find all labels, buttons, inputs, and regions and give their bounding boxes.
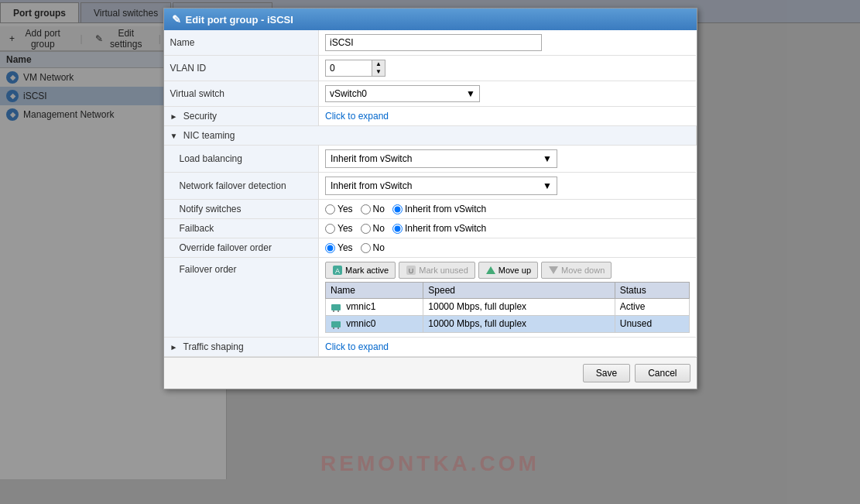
vswitch-selected-value: vSwitch0 bbox=[330, 88, 367, 99]
override-no-option[interactable]: No bbox=[361, 242, 385, 253]
vlan-value-cell: ▲ ▼ bbox=[319, 56, 697, 81]
vlan-up-button[interactable]: ▲ bbox=[372, 60, 385, 68]
nic-speed-col-header: Speed bbox=[423, 283, 615, 299]
name-label: Name bbox=[164, 30, 319, 56]
vswitch-label: Virtual switch bbox=[164, 81, 319, 107]
failover-order-label: Failover order bbox=[164, 258, 319, 338]
notify-switches-radio-group: Yes No Inherit from vSwitch bbox=[325, 204, 690, 214]
name-value-cell bbox=[319, 30, 697, 56]
network-failover-value-cell: Inherit from vSwitch ▼ bbox=[319, 173, 697, 200]
nic0-name-cell: vmnic0 bbox=[326, 315, 423, 332]
vlan-spin-buttons: ▲ ▼ bbox=[372, 60, 385, 77]
security-label: ► Security bbox=[164, 107, 319, 126]
failback-no-option[interactable]: No bbox=[361, 223, 385, 234]
override-failover-label: Override failover order bbox=[164, 238, 319, 258]
network-failover-chevron-icon: ▼ bbox=[543, 180, 552, 191]
override-no-radio[interactable] bbox=[361, 243, 371, 253]
nic0-status-cell: Unused bbox=[615, 315, 689, 332]
vmnic0-icon bbox=[331, 319, 341, 330]
move-up-button[interactable]: Move up bbox=[478, 262, 538, 279]
modal-title-bar: ✎ Edit port group - iSCSI bbox=[164, 9, 697, 30]
failover-order-value-cell: A Mark active U Mark unused bbox=[319, 258, 697, 338]
main-area: + Add port group | ✎ Edit settings | ↻ R… bbox=[0, 23, 860, 479]
nic1-speed-cell: 10000 Mbps, full duplex bbox=[423, 299, 615, 316]
modal-title: Edit port group - iSCSI bbox=[186, 14, 293, 26]
network-failover-dropdown[interactable]: Inherit from vSwitch ▼ bbox=[325, 177, 557, 195]
notify-switches-no-option[interactable]: No bbox=[361, 204, 385, 214]
network-failover-selected: Inherit from vSwitch bbox=[331, 180, 412, 191]
move-down-button[interactable]: Move down bbox=[541, 262, 612, 279]
modal-body: Name VLAN ID bbox=[164, 30, 697, 357]
name-input[interactable] bbox=[325, 34, 542, 51]
table-row[interactable]: vmnic1 10000 Mbps, full duplex Active bbox=[326, 299, 690, 316]
vlan-down-button[interactable]: ▼ bbox=[372, 68, 385, 76]
traffic-shaping-section-row[interactable]: ► Traffic shaping Click to expand bbox=[164, 337, 697, 356]
table-row[interactable]: vmnic0 10000 Mbps, full duplex Unused bbox=[326, 315, 690, 332]
failback-value-cell: Yes No Inherit from vSwitch bbox=[319, 219, 697, 238]
failback-radio-group: Yes No Inherit from vSwitch bbox=[325, 223, 690, 234]
svg-text:A: A bbox=[335, 267, 340, 275]
svg-marker-5 bbox=[549, 266, 558, 274]
svg-rect-9 bbox=[331, 321, 341, 327]
save-button[interactable]: Save bbox=[583, 364, 630, 382]
mark-active-button[interactable]: A Mark active bbox=[325, 262, 396, 279]
failback-no-radio[interactable] bbox=[361, 224, 371, 234]
failback-inherit-option[interactable]: Inherit from vSwitch bbox=[392, 223, 486, 234]
security-expand-arrow: ► bbox=[170, 112, 178, 121]
traffic-shaping-expand-link[interactable]: Click to expand bbox=[325, 341, 389, 352]
override-yes-radio[interactable] bbox=[325, 243, 335, 253]
load-balancing-value-cell: Inherit from vSwitch ▼ bbox=[319, 146, 697, 173]
nic0-speed-cell: 10000 Mbps, full duplex bbox=[423, 315, 615, 332]
cancel-button[interactable]: Cancel bbox=[635, 364, 690, 382]
override-yes-option[interactable]: Yes bbox=[325, 242, 353, 253]
svg-rect-6 bbox=[331, 304, 341, 310]
mark-active-icon: A bbox=[332, 265, 343, 276]
load-balancing-label: Load balancing bbox=[164, 146, 319, 173]
override-failover-row: Override failover order Yes No bbox=[164, 238, 697, 258]
notify-switches-inherit-option[interactable]: Inherit from vSwitch bbox=[392, 204, 486, 214]
security-expand-cell: Click to expand bbox=[319, 107, 697, 126]
notify-switches-value-cell: Yes No Inherit from vSwitch bbox=[319, 200, 697, 219]
modal-footer: Save Cancel bbox=[164, 357, 697, 389]
modal-overlay: ✎ Edit port group - iSCSI Name bbox=[0, 0, 860, 504]
notify-switches-yes-option[interactable]: Yes bbox=[325, 204, 353, 214]
modal-pencil-icon: ✎ bbox=[172, 13, 181, 26]
security-expand-link[interactable]: Click to expand bbox=[325, 111, 389, 122]
nic-name-col-header: Name bbox=[326, 283, 423, 299]
move-down-icon bbox=[548, 265, 559, 276]
failback-inherit-radio[interactable] bbox=[392, 224, 403, 234]
nic-table: Name Speed Status bbox=[325, 282, 690, 333]
failback-yes-option[interactable]: Yes bbox=[325, 223, 353, 234]
override-failover-radio-group: Yes No bbox=[325, 242, 690, 253]
notify-switches-label: Notify switches bbox=[164, 200, 319, 219]
traffic-shaping-label: ► Traffic shaping bbox=[164, 337, 319, 356]
vlan-input[interactable] bbox=[325, 60, 372, 77]
vswitch-dropdown[interactable]: vSwitch0 ▼ bbox=[325, 85, 480, 102]
vlan-label: VLAN ID bbox=[164, 56, 319, 81]
mark-unused-button[interactable]: U Mark unused bbox=[399, 262, 475, 279]
notify-inherit-radio[interactable] bbox=[392, 204, 403, 214]
notify-no-radio[interactable] bbox=[361, 204, 371, 214]
load-balancing-row: Load balancing Inherit from vSwitch ▼ bbox=[164, 146, 697, 173]
form-table: Name VLAN ID bbox=[164, 30, 697, 357]
notify-yes-radio[interactable] bbox=[325, 204, 335, 214]
edit-port-group-modal: ✎ Edit port group - iSCSI Name bbox=[163, 8, 697, 389]
vlan-row: VLAN ID ▲ ▼ bbox=[164, 56, 697, 81]
vswitch-chevron-icon: ▼ bbox=[466, 88, 475, 99]
load-balancing-selected: Inherit from vSwitch bbox=[331, 153, 412, 164]
failover-order-row: Failover order A Mark active U bbox=[164, 258, 697, 338]
notify-switches-row: Notify switches Yes No bbox=[164, 200, 697, 219]
security-section-row[interactable]: ► Security Click to expand bbox=[164, 107, 697, 126]
load-balancing-dropdown[interactable]: Inherit from vSwitch ▼ bbox=[325, 149, 557, 168]
network-failover-label: Network failover detection bbox=[164, 173, 319, 200]
nic-teaming-header-row: ▼ NIC teaming bbox=[164, 126, 697, 146]
failover-order-toolbar: A Mark active U Mark unused bbox=[325, 262, 690, 279]
svg-marker-4 bbox=[486, 266, 495, 274]
traffic-shaping-expand-arrow: ► bbox=[170, 343, 178, 351]
failback-yes-radio[interactable] bbox=[325, 224, 335, 234]
nic-teaming-label: ▼ NIC teaming bbox=[164, 126, 697, 146]
move-up-icon bbox=[485, 265, 496, 276]
failback-label: Failback bbox=[164, 219, 319, 238]
override-failover-value-cell: Yes No bbox=[319, 238, 697, 258]
vlan-spinner: ▲ ▼ bbox=[325, 60, 690, 77]
